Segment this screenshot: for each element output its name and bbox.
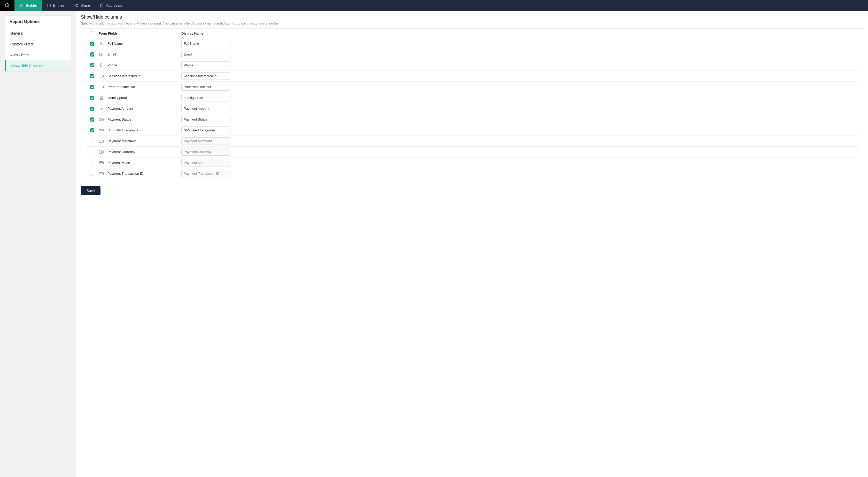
display-name-input: [181, 159, 230, 167]
table-row[interactable]: Email: [86, 49, 859, 60]
table-row[interactable]: Payment Mode: [86, 158, 859, 168]
display-name-input[interactable]: [181, 72, 230, 80]
table-row[interactable]: Payment Transaction ID: [86, 168, 859, 179]
table-row[interactable]: Payment Currency: [86, 147, 859, 158]
table-row[interactable]: 123Payment Amount: [86, 103, 859, 114]
phone-icon: [99, 63, 104, 68]
main-content: Show/Hide columns Specify the columns yo…: [76, 11, 868, 477]
row-checkbox[interactable]: [90, 63, 94, 67]
nav-home[interactable]: [0, 0, 14, 11]
svg-rect-17: [102, 118, 103, 120]
share-icon: [74, 3, 78, 8]
display-name-input[interactable]: [181, 116, 230, 123]
nav-item-builder[interactable]: Builder: [14, 0, 42, 11]
card-icon: [99, 139, 104, 144]
svg-rect-25: [99, 162, 103, 164]
sidebar-item-label: Custom Filters: [10, 42, 34, 46]
row-checkbox[interactable]: [90, 150, 94, 154]
display-name-input[interactable]: [181, 105, 230, 112]
svg-rect-3: [47, 4, 51, 7]
row-checkbox[interactable]: [90, 172, 94, 176]
columns-header: Form Fields Display Name: [81, 29, 863, 38]
row-checkbox[interactable]: [90, 128, 94, 132]
row-checkbox[interactable]: [90, 41, 94, 46]
nav-item-entries[interactable]: Entries: [42, 0, 69, 11]
svg-point-11: [101, 66, 101, 67]
field-label: Preferred time slot: [107, 85, 135, 89]
table-row[interactable]: Preferred time slot: [86, 81, 859, 93]
table-row[interactable]: Phone: [86, 60, 859, 71]
row-checkbox[interactable]: [90, 139, 94, 143]
svg-point-8: [100, 42, 102, 44]
field-label: Payment Transaction ID: [107, 172, 144, 175]
table-row[interactable]: Identity proof: [86, 93, 859, 103]
top-nav: Builder Entries Share Approvals: [0, 0, 868, 11]
svg-point-22: [101, 151, 102, 152]
field-label: Submitted Language: [107, 128, 138, 132]
page-subtitle: Specify the columns you want to show/hid…: [81, 22, 863, 25]
sidebar-card: Report Options General Custom Filters Au…: [5, 15, 71, 71]
display-name-input[interactable]: [181, 40, 230, 47]
nav-item-approvals[interactable]: Approvals: [95, 0, 127, 11]
display-name-input: [181, 170, 230, 177]
svg-point-13: [102, 76, 103, 76]
display-name-input[interactable]: [181, 83, 230, 91]
save-button[interactable]: Save: [81, 186, 100, 195]
sidebar-item-custom-filters[interactable]: Custom Filters: [5, 39, 71, 49]
nav-item-label: Entries: [53, 3, 65, 7]
select-all-checkbox[interactable]: [90, 31, 94, 35]
table-row[interactable]: Payment Merchant: [86, 136, 859, 147]
tag-icon: [99, 74, 104, 79]
row-checkbox[interactable]: [90, 53, 94, 57]
svg-rect-19: [102, 129, 103, 131]
table-row[interactable]: Submitted Language: [86, 125, 859, 136]
home-icon: [5, 3, 10, 8]
svg-rect-7: [100, 4, 103, 7]
table-row[interactable]: Sessions interested in: [86, 71, 859, 81]
svg-rect-9: [99, 53, 103, 56]
svg-rect-1: [21, 5, 22, 7]
sidebar: Report Options General Custom Filters Au…: [0, 11, 76, 477]
field-label: Full Name: [107, 41, 123, 45]
person-icon: [99, 41, 104, 46]
row-checkbox[interactable]: [90, 117, 94, 122]
nav-item-label: Builder: [26, 3, 37, 7]
table-row[interactable]: Full Name: [86, 38, 859, 49]
nav-item-share[interactable]: Share: [69, 0, 95, 11]
display-name-input[interactable]: [181, 61, 230, 69]
tag-icon: [99, 84, 104, 90]
field-label: Email: [107, 53, 116, 56]
sidebar-item-auto-filters[interactable]: Auto Filters: [5, 49, 71, 60]
sidebar-title: Report Options: [5, 16, 71, 28]
nav-item-label: Share: [80, 3, 90, 7]
sidebar-item-label: Auto Filters: [10, 53, 29, 57]
sidebar-item-label: General: [10, 31, 23, 35]
display-name-input[interactable]: [181, 94, 230, 101]
field-label: Sessions interested in: [107, 74, 140, 78]
display-name-input[interactable]: [181, 127, 230, 134]
entries-icon: [46, 3, 51, 8]
card-icon: [99, 171, 104, 176]
display-name-input: [181, 137, 230, 145]
doc-icon: [99, 95, 104, 100]
currency-icon: [99, 149, 104, 155]
svg-rect-18: [99, 129, 101, 131]
sidebar-item-label: Show/Hide Columns: [10, 64, 43, 68]
sidebar-item-show-hide-columns[interactable]: Show/Hide Columns: [5, 60, 71, 71]
row-checkbox[interactable]: [90, 161, 94, 165]
row-checkbox[interactable]: [90, 96, 94, 100]
field-label: Payment Mode: [107, 161, 130, 165]
header-form-fields: Form Fields: [99, 32, 118, 35]
row-checkbox[interactable]: [90, 85, 94, 89]
field-label: Identity proof: [107, 96, 127, 100]
row-checkbox[interactable]: [90, 74, 94, 78]
field-label: Payment Currency: [107, 150, 135, 154]
tagsplit-icon: [99, 117, 104, 122]
svg-rect-26: [99, 172, 103, 175]
builder-icon: [19, 3, 24, 8]
table-row[interactable]: Payment Status: [86, 114, 859, 125]
field-label: Payment Status: [107, 117, 131, 121]
display-name-input[interactable]: [181, 50, 230, 58]
sidebar-item-general[interactable]: General: [5, 28, 71, 39]
row-checkbox[interactable]: [90, 107, 94, 111]
